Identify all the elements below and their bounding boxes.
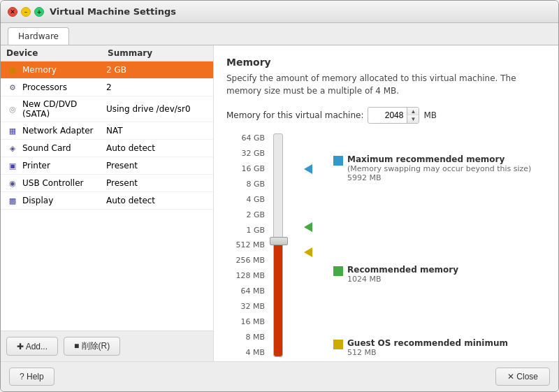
legend-min-icon <box>333 340 343 349</box>
device-row-printer[interactable]: ▣ Printer Present <box>1 157 213 175</box>
device-name-printer: Printer <box>22 161 106 170</box>
maximize-window-button[interactable]: + <box>34 7 44 17</box>
network-icon: ▦ <box>6 125 19 136</box>
sound-icon: ◈ <box>6 143 19 154</box>
usb-icon: ◉ <box>6 177 19 189</box>
main-window: ✕ – + Virtual Machine Settings Hardware … <box>0 0 559 392</box>
label-8gb: 8 GB <box>226 180 265 189</box>
table-header: Device Summary <box>1 45 213 61</box>
slider-track[interactable] <box>273 133 283 357</box>
minimize-window-button[interactable]: – <box>21 7 31 17</box>
legend-area: Maximum recommended memory (Memory swapp… <box>326 133 546 357</box>
label-2gb: 2 GB <box>226 210 265 219</box>
device-summary-display: Auto detect <box>106 196 208 205</box>
legend-max-sub2: 5992 MB <box>347 173 531 182</box>
window-controls: ✕ – + <box>8 7 44 17</box>
label-4gb: 4 GB <box>226 195 265 204</box>
label-8mb: 8 MB <box>226 333 265 342</box>
tab-bar: Hardware <box>1 23 558 45</box>
main-content: Device Summary ■ Memory 2 GB ⚙ Processor… <box>1 45 558 361</box>
legend-max-rec-row: Maximum recommended memory (Memory swapp… <box>333 154 539 182</box>
legend-rec-sub2: 1024 MB <box>347 275 458 284</box>
device-summary-sound: Auto detect <box>106 143 208 153</box>
window-title: Virtual Machine Settings <box>50 6 176 17</box>
left-panel: Device Summary ■ Memory 2 GB ⚙ Processor… <box>1 45 214 361</box>
memory-unit-label: MB <box>423 110 437 120</box>
display-icon: ▩ <box>6 195 19 206</box>
printer-icon: ▣ <box>6 160 19 171</box>
legend-min-text: Guest OS recommended minimum 512 MB <box>347 338 508 357</box>
legend-max-text: Maximum recommended memory (Memory swapp… <box>347 154 531 182</box>
memory-value-input[interactable] <box>368 108 407 122</box>
label-64mb: 64 MB <box>226 286 265 296</box>
device-row-sound[interactable]: ◈ Sound Card Auto detect <box>1 140 213 157</box>
legend-max-icon <box>333 156 343 166</box>
processors-icon: ⚙ <box>6 82 19 93</box>
close-window-button[interactable]: ✕ <box>8 7 17 17</box>
slider-track-wrapper <box>273 133 301 357</box>
device-name-sound: Sound Card <box>22 143 106 153</box>
device-summary-processors: 2 <box>106 82 208 92</box>
label-16gb: 16 GB <box>226 164 265 173</box>
device-summary-printer: Present <box>106 161 208 170</box>
legend-rec-text: Recommended memory 1024 MB <box>347 265 458 284</box>
legend-rec-row: Recommended memory 1024 MB <box>333 265 539 284</box>
slider-handle[interactable] <box>270 237 288 245</box>
device-row-network[interactable]: ▦ Network Adapter NAT <box>1 122 213 140</box>
panel-title: Memory <box>226 57 546 68</box>
spin-up-button[interactable]: ▲ <box>407 108 419 115</box>
legend-max-label: Maximum recommended memory <box>347 154 531 164</box>
device-row-memory[interactable]: ■ Memory 2 GB <box>1 61 213 79</box>
memory-icon: ■ <box>6 64 19 75</box>
legend-min-label: Guest OS recommended minimum <box>347 338 508 348</box>
panel-description: Specify the amount of memory allocated t… <box>226 72 546 97</box>
device-row-processors[interactable]: ⚙ Processors 2 <box>1 79 213 96</box>
legend-rec: Recommended memory 1024 MB <box>333 265 539 284</box>
device-row-display[interactable]: ▩ Display Auto detect <box>1 192 213 210</box>
legend-rec-label: Recommended memory <box>347 265 458 275</box>
legend-min-row: Guest OS recommended minimum 512 MB <box>333 338 539 357</box>
marker-min <box>304 247 312 257</box>
col-summary-header: Summary <box>108 48 208 58</box>
marker-max-rec <box>304 164 312 174</box>
label-512mb: 512 MB <box>226 240 265 249</box>
legend-max-rec: Maximum recommended memory (Memory swapp… <box>333 154 539 182</box>
legend-min: Guest OS recommended minimum 512 MB <box>333 338 539 357</box>
device-table: Device Summary ■ Memory 2 GB ⚙ Processor… <box>1 45 213 331</box>
memory-input-row: Memory for this virtual machine: ▲ ▼ MB <box>226 107 546 124</box>
memory-slider-area: 64 GB 32 GB 16 GB 8 GB 4 GB 2 GB 1 GB 51… <box>226 133 546 357</box>
remove-button[interactable]: ■ 削除(R) <box>64 337 120 356</box>
legend-max-sub1: (Memory swapping may occur beyond this s… <box>347 164 531 173</box>
markers-area <box>304 133 318 357</box>
spin-buttons: ▲ ▼ <box>407 108 419 123</box>
label-16mb: 16 MB <box>226 317 265 326</box>
spin-down-button[interactable]: ▼ <box>407 115 419 123</box>
add-button[interactable]: ✚ Add... <box>6 337 58 356</box>
device-name-processors: Processors <box>22 82 106 92</box>
label-1gb: 1 GB <box>226 226 265 235</box>
marker-rec <box>304 222 312 232</box>
label-64gb: 64 GB <box>226 133 265 143</box>
device-name-usb: USB Controller <box>22 178 106 188</box>
close-button[interactable]: ✕ Close <box>495 368 550 386</box>
cdvd-icon: ◎ <box>6 103 19 115</box>
bottom-bar: ? Help ✕ Close <box>1 361 558 391</box>
slider-fill <box>274 241 282 356</box>
device-name-memory: Memory <box>22 65 106 75</box>
tab-hardware[interactable]: Hardware <box>8 27 69 45</box>
legend-rec-icon <box>333 266 343 276</box>
device-summary-memory: 2 GB <box>106 65 208 75</box>
label-32gb: 32 GB <box>226 149 265 158</box>
help-button[interactable]: ? Help <box>9 368 55 386</box>
device-name-cdvd: New CD/DVD (SATA) <box>22 99 106 119</box>
right-panel: Memory Specify the amount of memory allo… <box>214 45 558 361</box>
device-row-cdvd[interactable]: ◎ New CD/DVD (SATA) Using drive /dev/sr0 <box>1 96 213 122</box>
legend-min-sub2: 512 MB <box>347 348 508 357</box>
col-device-header: Device <box>6 48 108 58</box>
slider-labels: 64 GB 32 GB 16 GB 8 GB 4 GB 2 GB 1 GB 51… <box>226 133 265 357</box>
device-row-usb[interactable]: ◉ USB Controller Present <box>1 175 213 192</box>
label-128mb: 128 MB <box>226 271 265 280</box>
device-summary-network: NAT <box>106 126 208 136</box>
device-name-network: Network Adapter <box>22 126 106 136</box>
device-summary-cdvd: Using drive /dev/sr0 <box>106 104 208 114</box>
